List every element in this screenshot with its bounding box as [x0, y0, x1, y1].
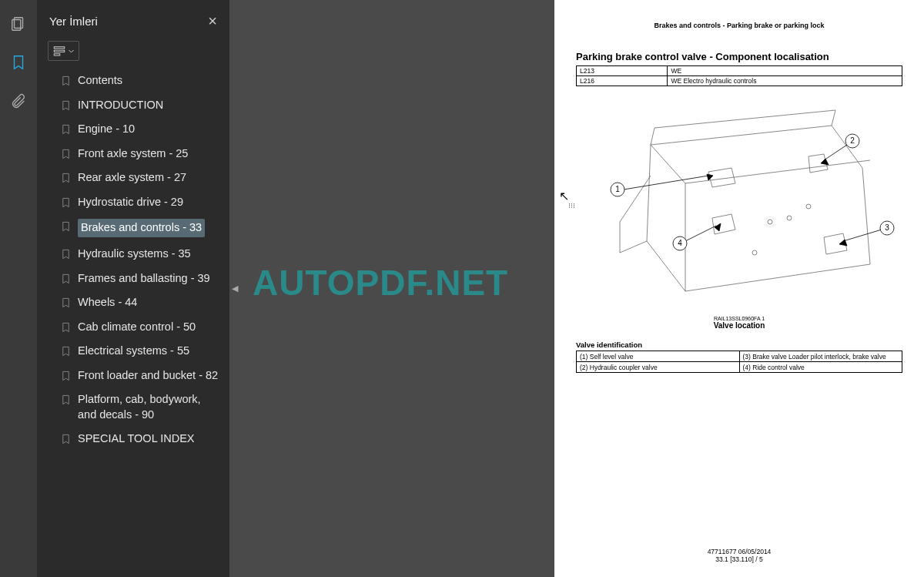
bookmark-item[interactable]: Platform, cab, bodywork, and decals - 90	[57, 387, 223, 427]
watermark-text: AUTOPDF.NET	[253, 262, 508, 304]
legend-title: Valve identification	[576, 340, 902, 349]
bookmark-label: Frames and ballasting - 39	[78, 271, 210, 287]
bookmark-label: Cab climate control - 50	[78, 320, 196, 335]
collapse-panel-handle[interactable]: ◀	[229, 273, 240, 304]
svg-text:1: 1	[615, 185, 620, 193]
legend-cell: (4) Ride control valve	[739, 362, 902, 373]
pdf-page: ↖ ⁝⁝⁝ Brakes and controls - Parking brak…	[554, 0, 924, 577]
svg-text:2: 2	[850, 136, 855, 145]
bookmark-item[interactable]: Front axle system - 25	[57, 142, 223, 166]
left-icon-rail	[0, 0, 37, 577]
bookmark-item[interactable]: Contents	[57, 69, 223, 93]
model-code: L216	[577, 76, 668, 86]
panel-toolbar	[43, 39, 223, 69]
svg-marker-24	[715, 223, 721, 231]
model-desc: WE	[668, 66, 902, 76]
bookmark-label: Front loader and bucket - 82	[78, 368, 218, 384]
legend-cell: (3) Brake valve Loader pilot interlock, …	[739, 351, 902, 362]
bookmarks-panel: Yer İmleri × ContentsINTRODUCTIONEngine …	[37, 0, 229, 577]
bookmark-item[interactable]: Rear axle system - 27	[57, 166, 223, 190]
svg-line-21	[685, 226, 716, 241]
table-row: (1) Self level valve(3) Brake valve Load…	[577, 351, 902, 362]
diagram-ref: RAIL13SSL0960FA 1	[576, 316, 902, 321]
bookmark-item[interactable]: Brakes and controls - 33	[57, 214, 223, 242]
bookmark-item[interactable]: Frames and ballasting - 39	[57, 267, 223, 291]
bookmark-label: Hydrostatic drive - 29	[78, 195, 183, 210]
diagram-caption: Valve location	[576, 321, 902, 330]
bookmark-label: Wheels - 44	[78, 295, 137, 310]
svg-rect-3	[54, 50, 65, 52]
bookmark-item[interactable]: Hydrostatic drive - 29	[57, 190, 223, 215]
svg-line-13	[824, 145, 847, 160]
selection-marquee: ⁝⁝⁝	[568, 202, 575, 210]
table-row: L216WE Electro hydraulic controls	[577, 76, 902, 86]
bookmark-label: Platform, cab, bodywork, and decals - 90	[78, 392, 220, 422]
bookmark-label: SPECIAL TOOL INDEX	[78, 431, 195, 447]
svg-marker-16	[821, 159, 829, 165]
page-footer: 47711677 06/05/2014 33.1 [33.110] / 5	[576, 532, 902, 563]
bookmark-item[interactable]: Cab climate control - 50	[57, 315, 223, 340]
table-row: (2) Hydraulic coupler valve(4) Ride cont…	[577, 362, 902, 373]
bookmark-label: Hydraulic systems - 35	[78, 247, 191, 262]
bookmarks-list: ContentsINTRODUCTIONEngine - 10Front axl…	[43, 69, 223, 569]
bookmark-item[interactable]: Front loader and bucket - 82	[57, 364, 223, 388]
svg-point-7	[752, 250, 757, 255]
svg-point-6	[787, 216, 792, 220]
svg-rect-4	[54, 54, 60, 55]
valve-diagram: 1 2 3 4	[576, 99, 902, 314]
cursor-icon: ↖	[559, 189, 569, 203]
panel-header: Yer İmleri ×	[43, 8, 223, 39]
footer-pagenum: 33.1 [33.110] / 5	[576, 555, 902, 563]
bookmark-label: Brakes and controls - 33	[78, 219, 205, 237]
bookmark-item[interactable]: Hydraulic systems - 35	[57, 242, 223, 267]
bookmark-label: Contents	[78, 73, 122, 89]
document-viewport[interactable]: ◀ AUTOPDF.NET ↖ ⁝⁝⁝ Brakes and controls …	[229, 0, 924, 577]
close-icon[interactable]: ×	[208, 12, 217, 30]
outline-options-button[interactable]	[48, 41, 79, 61]
bookmark-item[interactable]: SPECIAL TOOL INDEX	[57, 427, 223, 451]
legend-cell: (2) Hydraulic coupler valve	[577, 362, 740, 373]
footer-docid: 47711677 06/05/2014	[576, 548, 902, 555]
svg-line-17	[843, 230, 882, 241]
svg-point-5	[768, 220, 772, 224]
panel-title: Yer İmleri	[49, 15, 98, 28]
model-table: L213WEL216WE Electro hydraulic controls	[576, 65, 902, 86]
svg-marker-12	[707, 174, 713, 180]
bookmark-label: Electrical systems - 55	[78, 344, 189, 359]
page-title: Parking brake control valve - Component …	[576, 51, 902, 62]
legend-cell: (1) Self level valve	[577, 351, 740, 362]
attachments-icon[interactable]	[10, 92, 27, 112]
legend-table: (1) Self level valve(3) Brake valve Load…	[576, 351, 902, 373]
bookmark-label: Front axle system - 25	[78, 146, 188, 162]
bookmark-item[interactable]: Electrical systems - 55	[57, 339, 223, 364]
svg-point-8	[806, 204, 811, 209]
bookmarks-icon[interactable]	[10, 54, 27, 74]
bookmark-label: INTRODUCTION	[78, 98, 163, 113]
svg-text:3: 3	[885, 223, 889, 232]
pages-icon[interactable]	[10, 15, 27, 35]
model-code: L213	[577, 66, 668, 76]
model-desc: WE Electro hydraulic controls	[668, 76, 902, 86]
svg-line-9	[624, 176, 708, 190]
bookmark-item[interactable]: Wheels - 44	[57, 290, 223, 315]
bookmark-label: Engine - 10	[78, 122, 135, 137]
bookmark-item[interactable]: INTRODUCTION	[57, 93, 223, 118]
bookmark-item[interactable]: Engine - 10	[57, 117, 223, 142]
svg-rect-2	[54, 47, 65, 49]
svg-text:4: 4	[678, 239, 682, 247]
table-row: L213WE	[577, 66, 902, 76]
bookmark-label: Rear axle system - 27	[78, 170, 186, 186]
page-breadcrumb: Brakes and controls - Parking brake or p…	[576, 22, 902, 29]
